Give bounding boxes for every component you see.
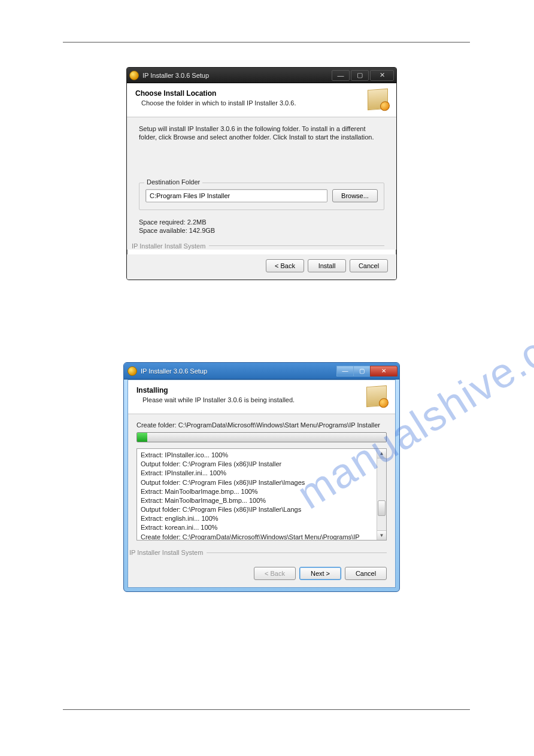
cancel-button[interactable]: Cancel	[345, 567, 387, 580]
log-line: Output folder: C:\Program Files (x86)\IP…	[141, 478, 373, 487]
log-line: Output folder: C:\Program Files (x86)\IP…	[141, 505, 373, 514]
install-log: Extract: IPInstaller.ico... 100%Output f…	[136, 448, 387, 541]
dialog-subheading: Please wait while IP Installer 3.0.6 is …	[136, 396, 366, 403]
log-line: Extract: MainToolbarImage_B.bmp... 100%	[141, 496, 373, 505]
scroll-track[interactable]	[377, 459, 386, 530]
log-line: Create folder: C:\ProgramData\Microsoft\…	[141, 533, 373, 540]
dialog-footer: < Back Install Cancel	[127, 254, 396, 280]
dialog-heading: Choose Install Location	[135, 89, 368, 98]
dialog-footer: < Back Next > Cancel	[128, 561, 395, 587]
page-rule-bottom	[63, 709, 470, 710]
dialog-header: Choose Install Location Choose the folde…	[127, 83, 396, 117]
destination-folder-group: Destination Folder Browse...	[139, 183, 384, 210]
page-rule-top	[63, 42, 470, 42]
scrollbar[interactable]: ▲ ▼	[377, 449, 386, 540]
log-line: Output folder: C:\Program Files (x86)\IP…	[141, 460, 373, 469]
back-button: < Back	[254, 567, 296, 580]
scroll-up-arrow-icon[interactable]: ▲	[377, 449, 386, 459]
cancel-button[interactable]: Cancel	[350, 259, 388, 272]
minimize-button[interactable]: —	[336, 366, 353, 377]
scroll-thumb[interactable]	[378, 500, 386, 516]
install-path-input[interactable]	[145, 189, 327, 202]
space-available-text: Space available: 142.9GB	[139, 227, 384, 234]
install-system-label: IP Installer Install System	[129, 549, 387, 556]
progress-bar	[136, 432, 387, 442]
destination-folder-label: Destination Folder	[144, 178, 202, 186]
log-line: Extract: korean.ini... 100%	[141, 523, 373, 532]
log-line: Extract: IPInstaller.ini... 100%	[141, 469, 373, 478]
close-button[interactable]: ✕	[370, 70, 394, 81]
dialog-body: Setup will install IP Installer 3.0.6 in…	[127, 117, 396, 250]
app-icon	[128, 366, 137, 376]
window-title: IP Installer 3.0.6 Setup	[142, 72, 330, 79]
install-button[interactable]: Install	[308, 259, 346, 272]
log-line: Extract: english.ini... 100%	[141, 514, 373, 523]
install-system-label: IP Installer Install System	[132, 242, 384, 250]
package-icon	[366, 385, 387, 407]
install-location-dialog: IP Installer 3.0.6 Setup — ▢ ✕ Choose In…	[126, 67, 397, 280]
maximize-button[interactable]: ▢	[353, 366, 370, 377]
progress-fill	[137, 433, 147, 442]
minimize-button[interactable]: —	[332, 70, 350, 81]
log-lines: Extract: IPInstaller.ico... 100%Output f…	[137, 449, 377, 540]
window-title: IP Installer 3.0.6 Setup	[141, 368, 336, 375]
space-required-text: Space required: 2.2MB	[139, 218, 384, 226]
current-action-text: Create folder: C:\ProgramData\Microsoft\…	[136, 421, 387, 429]
back-button[interactable]: < Back	[266, 259, 304, 272]
dialog-heading: Installing	[136, 386, 366, 394]
browse-button[interactable]: Browse...	[332, 189, 378, 202]
close-button[interactable]: ✕	[370, 366, 398, 377]
app-icon	[129, 71, 139, 80]
installing-dialog: IP Installer 3.0.6 Setup — ▢ ✕ Installin…	[123, 362, 400, 592]
dialog-body: Create folder: C:\ProgramData\Microsoft\…	[128, 414, 395, 556]
package-icon	[368, 89, 388, 110]
maximize-button[interactable]: ▢	[351, 70, 369, 81]
log-line: Extract: IPInstaller.ico... 100%	[141, 451, 373, 460]
scroll-down-arrow-icon[interactable]: ▼	[377, 530, 386, 540]
next-button[interactable]: Next >	[299, 567, 341, 580]
titlebar[interactable]: IP Installer 3.0.6 Setup — ▢ ✕	[124, 363, 399, 379]
dialog-subheading: Choose the folder in which to install IP…	[135, 99, 368, 107]
description-text: Setup will install IP Installer 3.0.6 in…	[139, 125, 384, 142]
titlebar[interactable]: IP Installer 3.0.6 Setup — ▢ ✕	[127, 68, 396, 83]
dialog-header: Installing Please wait while IP Installe…	[128, 380, 395, 414]
log-line: Extract: MainToolbarImage.bmp... 100%	[141, 487, 373, 496]
